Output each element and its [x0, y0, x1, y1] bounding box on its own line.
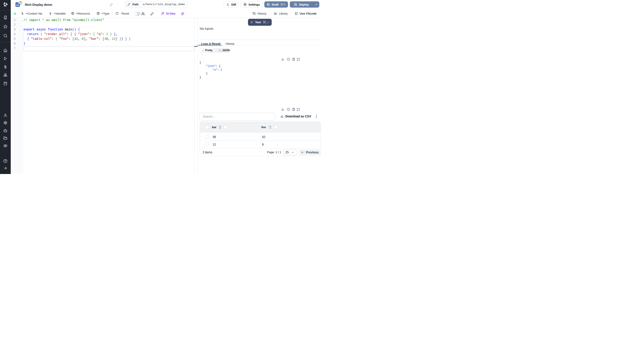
svg-text:TS: TS	[16, 4, 19, 6]
